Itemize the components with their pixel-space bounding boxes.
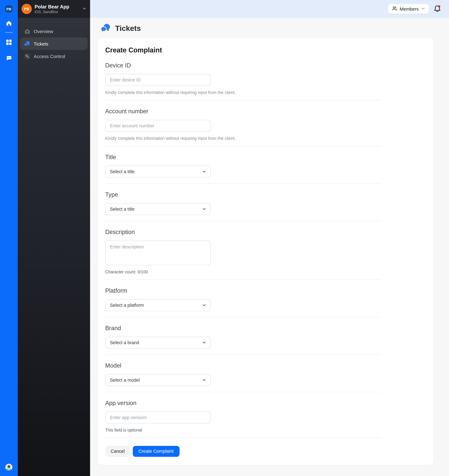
sidebar-item-overview[interactable]: Overview (20, 25, 87, 37)
sidebar-nav: Overview Tickets (20, 25, 87, 63)
field-label: App version (105, 399, 425, 407)
account-number-input[interactable] (105, 120, 211, 132)
select-value: Select a title (110, 169, 135, 174)
app-name: Polar Bear App (35, 4, 82, 10)
field-label: Account number (105, 107, 425, 115)
section-divider (105, 221, 381, 221)
optional-note: This field is optional (105, 427, 425, 433)
select-value: Select a brand (110, 340, 139, 345)
overview-icon (24, 28, 30, 34)
rail-divider (5, 32, 13, 33)
tickets-page-icon (101, 23, 111, 34)
app-avatar: PB (22, 4, 32, 14)
chevron-down-icon (202, 341, 206, 344)
field-helper: Kindly complete this information without… (105, 90, 425, 95)
app-switcher[interactable]: PB Polar Bear App iOS, SandBox (18, 0, 90, 18)
tickets-icon (24, 40, 30, 47)
section-divider (105, 100, 381, 100)
brand-section: Brand Select a brand (105, 324, 425, 355)
key-icon (24, 53, 30, 59)
cancel-button[interactable]: Cancel (105, 446, 130, 457)
top-bar: Members (90, 0, 449, 18)
type-select[interactable]: Select a title (105, 203, 211, 215)
user-avatar[interactable] (5, 464, 12, 471)
platform-select[interactable]: Select a platform (105, 299, 211, 311)
section-divider (105, 183, 381, 184)
home-icon[interactable] (0, 20, 18, 27)
chevron-down-icon (421, 6, 425, 12)
sidebar-item-label: Tickets (34, 41, 48, 46)
field-label: Description (105, 228, 425, 236)
character-count: Character count: 0/100 (105, 269, 425, 275)
sidebar-item-label: Overview (34, 29, 53, 34)
description-section: Description Character count: 0/100 (105, 228, 425, 280)
section-divider (105, 354, 381, 355)
members-label: Members (400, 6, 419, 11)
field-label: Type (105, 190, 425, 199)
description-textarea[interactable] (105, 241, 211, 265)
title-section: Title Select a title (105, 153, 425, 184)
sidebar-item-access-control[interactable]: Access Control (20, 50, 87, 63)
create-complaint-button[interactable]: Create Complaint (133, 446, 179, 457)
workspace-logo[interactable]: PB (5, 5, 12, 12)
device-id-input[interactable] (105, 74, 211, 86)
account-number-section: Account number Kindly complete this info… (105, 107, 425, 146)
select-value: Select a model (110, 377, 140, 382)
model-select[interactable]: Select a model (105, 374, 211, 386)
section-divider (105, 392, 381, 392)
apps-grid-icon[interactable] (0, 39, 18, 45)
sidebar: PB Polar Bear App iOS, SandBox Overview (18, 0, 90, 476)
model-section: Model Select a model (105, 361, 425, 392)
section-divider (105, 438, 381, 438)
chevron-down-icon (202, 170, 206, 173)
chevron-down-icon (202, 303, 206, 307)
notifications-bell-icon[interactable] (433, 4, 442, 13)
title-select[interactable]: Select a title (105, 166, 211, 177)
chevron-down-icon (202, 207, 206, 211)
select-value: Select a platform (110, 303, 144, 308)
brand-select[interactable]: Select a brand (105, 337, 211, 348)
chevron-down-icon (82, 6, 86, 12)
form-heading: Create Complaint (105, 46, 425, 54)
app-version-section: App version This field is optional (105, 399, 425, 438)
members-button[interactable]: Members (388, 4, 429, 14)
app-version-input[interactable] (105, 411, 211, 423)
field-label: Model (105, 361, 425, 370)
field-label: Platform (105, 287, 425, 295)
sidebar-item-label: Access Control (34, 53, 65, 59)
platform-section: Platform Select a platform (105, 287, 425, 317)
field-helper: Kindly complete this information without… (105, 136, 425, 141)
main-content: Members Tickets (90, 0, 449, 476)
field-label: Title (105, 153, 425, 161)
chevron-down-icon (202, 378, 206, 382)
device-id-section: Device ID Kindly complete this informati… (105, 61, 425, 100)
form-actions: Cancel Create Complaint (105, 446, 425, 457)
members-icon (392, 6, 397, 12)
field-label: Device ID (105, 61, 425, 69)
section-divider (105, 279, 381, 280)
sidebar-item-tickets[interactable]: Tickets (20, 37, 87, 50)
section-divider (105, 146, 381, 146)
page-title: Tickets (115, 24, 141, 33)
section-divider (105, 317, 381, 317)
app-subtitle: iOS, SandBox (35, 10, 82, 14)
app-rail: PB (0, 0, 18, 476)
chat-icon[interactable] (0, 55, 18, 62)
select-value: Select a title (110, 206, 135, 211)
create-complaint-card: Create Complaint Device ID Kindly comple… (97, 38, 433, 465)
field-label: Brand (105, 324, 425, 332)
type-section: Type Select a title (105, 190, 425, 221)
